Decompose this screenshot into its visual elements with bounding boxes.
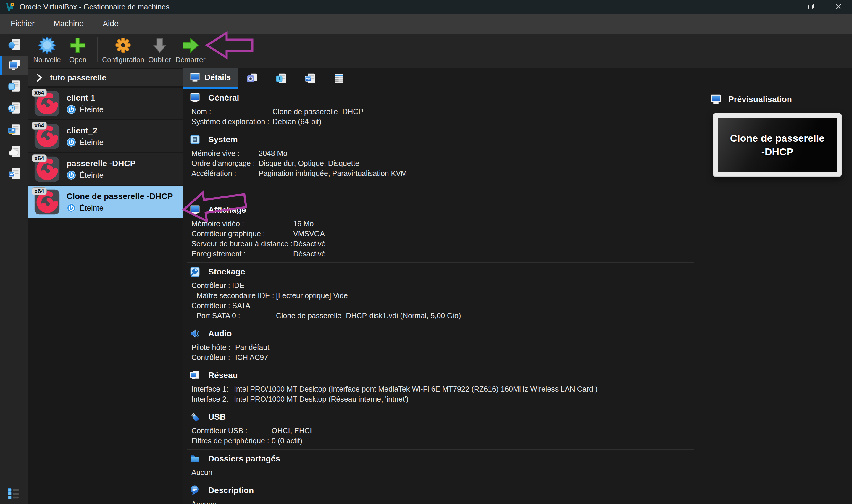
titlebar: Oracle VirtualBox - Gestionnaire de mach…: [0, 0, 852, 14]
section-title: Description: [208, 486, 254, 495]
chevron-right-icon: [36, 74, 42, 82]
description-bubble-icon: [189, 485, 201, 496]
menu-fichier[interactable]: Fichier: [1, 14, 44, 34]
detail-value: Debian (64-bit): [272, 116, 321, 127]
sidebar-item-cloud[interactable]: [0, 141, 28, 163]
detail-label: Port SATA 0 :: [196, 310, 276, 321]
vm-item-client-1[interactable]: x64 client 1 Éteinte: [28, 88, 183, 120]
section-title: Dossiers partagés: [208, 454, 280, 464]
toolbar-configuration-button[interactable]: Configuration: [102, 34, 144, 68]
power-state-icon: [67, 138, 76, 147]
detail-label: Contrôleur : SATA: [192, 301, 250, 310]
section-title: Affichage: [208, 205, 246, 215]
section-general: Général Nom :Clone de passerelle -DHCP S…: [187, 89, 694, 130]
section-title: USB: [208, 412, 226, 422]
detail-label: Enregistrement :: [192, 249, 293, 259]
toolbar-demarrer-label: Démarrer: [176, 56, 205, 64]
arch-badge: x64: [32, 122, 47, 129]
section-dossiers-partages: Dossiers partagés Aucun: [187, 450, 694, 481]
resources-legend-icon: [7, 487, 21, 499]
network-monitor-icon: [189, 370, 201, 381]
system-chip-icon: [189, 134, 201, 145]
preview-screen: Clone de passerelle -DHCP: [718, 118, 837, 172]
tab-details-label: Détails: [205, 73, 231, 82]
detail-value: [Lecteur optique] Vide: [276, 290, 348, 301]
menubar: Fichier Machine Aide: [0, 14, 852, 34]
section-stockage: Stockage Contrôleur : IDE Maître seconda…: [187, 263, 694, 324]
detail-label: Aucune: [192, 499, 217, 504]
detail-value: Désactivé: [293, 249, 326, 259]
extensions-icon: [7, 79, 21, 93]
toolbar-oublier-label: Oublier: [148, 56, 171, 64]
sidebar-item-resources[interactable]: [0, 487, 28, 499]
preview-monitor-frame: Clone de passerelle -DHCP: [713, 113, 842, 177]
vm-status: Éteinte: [79, 105, 104, 114]
toolbar-demarrer-button[interactable]: Démarrer: [175, 34, 206, 68]
new-vm-star-icon: [38, 36, 56, 54]
detail-value: VMSVGA: [293, 229, 325, 239]
detail-label: Aucun: [192, 467, 213, 478]
vm-group-header[interactable]: tuto passerelle: [28, 69, 183, 86]
menu-aide[interactable]: Aide: [93, 14, 128, 34]
window-controls: [771, 0, 852, 14]
detail-label: Interface 2:: [192, 394, 234, 404]
toolbar-open-label: Open: [69, 56, 87, 64]
section-title: Général: [208, 93, 239, 103]
sidebar-item-welcome[interactable]: [0, 34, 28, 56]
network-icon: [7, 123, 21, 137]
welcome-icon: [7, 38, 21, 52]
vm-name: client 1: [67, 93, 104, 103]
detail-value: Désactivé: [293, 239, 326, 249]
details-sections: Général Nom :Clone de passerelle -DHCP S…: [183, 89, 703, 504]
sidebar-item-activities[interactable]: [0, 163, 28, 184]
vm-status: Éteinte: [79, 203, 104, 213]
vm-item-passerelle-dhcp[interactable]: x64 passerelle -DHCP Éteinte: [28, 153, 183, 185]
sidebar-item-media[interactable]: [0, 97, 28, 119]
detail-value: 16 Mo: [293, 219, 313, 229]
tab-activity[interactable]: [295, 68, 325, 89]
tab-details[interactable]: Détails: [183, 68, 238, 89]
discard-arrow-down-icon: [150, 36, 169, 54]
sidebar-item-machines[interactable]: [0, 56, 28, 75]
vm-name: client_2: [67, 126, 104, 136]
usb-plug-icon: [189, 411, 201, 423]
toolbar-open-button[interactable]: Open: [62, 34, 93, 68]
restore-button[interactable]: [798, 0, 825, 14]
sidebar-item-extensions[interactable]: [0, 75, 28, 97]
tab-file-manager[interactable]: [325, 68, 354, 89]
minimize-button[interactable]: [771, 0, 798, 14]
toolbar-nouvelle-label: Nouvelle: [33, 56, 61, 64]
close-icon: [835, 3, 842, 10]
menu-machine[interactable]: Machine: [44, 14, 93, 34]
power-state-icon: [67, 203, 76, 213]
toolbar-oublier-button[interactable]: Oublier: [144, 34, 175, 68]
close-button[interactable]: [825, 0, 852, 14]
details-tab-icon: [189, 72, 201, 83]
general-monitor-icon: [189, 92, 201, 104]
add-plus-icon: [69, 36, 87, 54]
media-icon: [7, 101, 21, 115]
detail-value: 2048 Mo: [258, 148, 287, 158]
section-affichage: Affichage Mémoire vidéo :16 Mo Contrôleu…: [187, 201, 694, 263]
power-state-icon: [67, 105, 76, 114]
sidebar-item-network[interactable]: [0, 119, 28, 141]
vm-name: Clone de passerelle -DHCP: [67, 191, 173, 201]
activities-icon: [7, 167, 21, 180]
tab-snapshots[interactable]: [238, 68, 267, 89]
vm-item-client-2[interactable]: x64 client_2 Éteinte: [28, 120, 183, 152]
global-sidebar: [0, 34, 28, 504]
vm-status: Éteinte: [79, 138, 104, 147]
detail-label: Serveur de bureau à distance :: [192, 239, 293, 249]
preview-panel: Prévisualisation Clone de passerelle -DH…: [703, 68, 852, 504]
detail-label: Mémoire vive :: [192, 148, 258, 158]
arch-badge: x64: [32, 89, 47, 97]
detail-label: Filtres de périphérique :: [192, 436, 272, 446]
arch-badge: x64: [32, 187, 47, 195]
preview-screen-text: Clone de passerelle -DHCP: [728, 132, 826, 159]
file-manager-table-icon: [333, 72, 345, 84]
vm-item-clone-de-passerelle-dhcp[interactable]: x64 Clone de passerelle -DHCP Éteinte: [28, 186, 183, 218]
detail-value: Disque dur, Optique, Disquette: [258, 158, 359, 168]
section-title: System: [208, 135, 238, 144]
toolbar-nouvelle-button[interactable]: Nouvelle: [32, 34, 62, 68]
tab-logs[interactable]: [267, 68, 295, 89]
